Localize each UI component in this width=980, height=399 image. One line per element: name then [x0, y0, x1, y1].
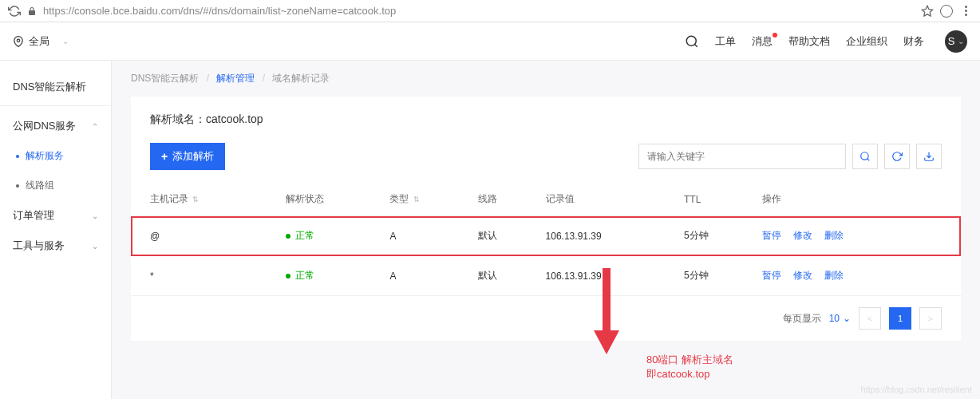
chevron-down-icon: ⌄ — [843, 313, 851, 324]
svg-marker-0 — [922, 6, 932, 16]
breadcrumb: DNS智能云解析 / 解析管理 / 域名解析记录 — [112, 61, 980, 97]
cell-host: * — [131, 256, 278, 296]
table-row: @ 正常 A 默认 106.13.91.39 5分钟 暂停 修改 删除 — [131, 216, 961, 256]
col-ttl: TTL — [676, 183, 754, 216]
col-host[interactable]: 主机记录 ⇅ — [131, 183, 278, 216]
download-icon — [923, 151, 935, 162]
add-record-button[interactable]: + 添加解析 — [150, 143, 225, 170]
chevron-down-icon: ⌄ — [958, 37, 964, 45]
sidebar-title: DNS智能云解析 — [0, 72, 111, 102]
col-value: 记录值 — [538, 183, 676, 216]
delete-link[interactable]: 删除 — [824, 230, 844, 241]
top-header: 全局 ⌄ 工单 消息 帮助文档 企业组织 财务 S⌄ — [0, 22, 980, 61]
finance-link[interactable]: 财务 — [903, 34, 924, 49]
cell-line: 默认 — [470, 216, 538, 256]
col-line: 线路 — [470, 183, 538, 216]
status-dot-icon — [286, 274, 290, 279]
content-card: 解析域名：catcook.top + 添加解析 — [131, 97, 961, 341]
sidebar-section-public-dns[interactable]: 公网DNS服务 ⌃ — [0, 111, 111, 141]
pause-link[interactable]: 暂停 — [762, 270, 781, 281]
sidebar-section-orders[interactable]: 订单管理 ⌄ — [0, 200, 111, 231]
avatar[interactable]: S⌄ — [945, 30, 967, 53]
bookmark-star-icon[interactable] — [921, 5, 934, 18]
search-button[interactable] — [852, 144, 878, 169]
region-selector[interactable]: 全局 ⌄ — [13, 34, 69, 49]
chevron-up-icon: ⌃ — [92, 122, 98, 131]
bullet-icon — [16, 155, 19, 158]
notification-dot — [773, 33, 777, 38]
per-page-label: 每页显示 — [783, 312, 821, 326]
table-row: * 正常 A 默认 106.13.91.39 5分钟 暂停 修改 删除 — [131, 256, 961, 296]
search-input[interactable] — [638, 144, 846, 169]
svg-line-3 — [694, 44, 697, 46]
bullet-icon — [16, 184, 19, 188]
sidebar-section-tools[interactable]: 工具与服务 ⌄ — [0, 231, 111, 261]
svg-point-2 — [686, 36, 696, 45]
pagination: 每页显示 10 ⌄ < 1 > — [131, 296, 961, 341]
workorder-link[interactable]: 工单 — [715, 34, 736, 49]
sidebar-item-resolution-service[interactable]: 解析服务 — [0, 141, 111, 171]
cell-host: @ — [131, 216, 278, 256]
svg-point-4 — [861, 152, 868, 160]
sort-icon: ⇅ — [413, 196, 420, 203]
modify-link[interactable]: 修改 — [793, 230, 812, 241]
browser-bar: https://console.bce.baidu.com/dns/#/dns/… — [0, 0, 980, 22]
breadcrumb-item: 域名解析记录 — [272, 73, 330, 84]
cell-value: 106.13.91.39 — [538, 256, 676, 296]
messages-link[interactable]: 消息 — [752, 34, 773, 49]
region-label: 全局 — [29, 34, 49, 49]
chevron-down-icon: ⌄ — [92, 211, 98, 220]
help-link[interactable]: 帮助文档 — [788, 34, 830, 49]
refresh-icon — [891, 151, 903, 162]
cell-type: A — [381, 216, 469, 256]
location-pin-icon — [13, 36, 24, 47]
breadcrumb-item[interactable]: 解析管理 — [216, 73, 255, 84]
cell-line: 默认 — [470, 256, 538, 296]
svg-line-5 — [867, 159, 870, 161]
menu-dots-icon[interactable] — [959, 5, 972, 18]
per-page-selector[interactable]: 10 ⌄ — [829, 313, 851, 324]
cell-value: 106.13.91.39 — [538, 216, 676, 256]
modify-link[interactable]: 修改 — [793, 270, 812, 281]
lock-icon — [27, 6, 37, 16]
records-table: 主机记录 ⇅ 解析状态 类型 ⇅ 线路 记录值 TTL 操作 @ 正常 A 默认 — [131, 183, 961, 296]
url-text[interactable]: https://console.bce.baidu.com/dns/#/dns/… — [43, 5, 915, 17]
watermark: https://blog.csdn.net/resilient — [861, 385, 972, 394]
sort-icon: ⇅ — [192, 196, 199, 203]
col-actions: 操作 — [754, 183, 961, 216]
cell-actions: 暂停 修改 删除 — [754, 216, 961, 256]
col-type[interactable]: 类型 ⇅ — [381, 183, 469, 216]
pause-link[interactable]: 暂停 — [762, 230, 781, 241]
refresh-button[interactable] — [884, 144, 910, 169]
chevron-down-icon: ⌄ — [62, 37, 69, 45]
main-content: DNS智能云解析 / 解析管理 / 域名解析记录 解析域名：catcook.to… — [112, 61, 980, 399]
cell-ttl: 5分钟 — [676, 256, 754, 296]
chevron-down-icon: ⌄ — [92, 242, 98, 251]
page-number-button[interactable]: 1 — [889, 307, 911, 330]
col-status: 解析状态 — [278, 183, 382, 216]
status-dot-icon — [286, 234, 290, 239]
breadcrumb-item[interactable]: DNS智能云解析 — [131, 73, 199, 84]
toolbar: + 添加解析 — [131, 140, 961, 183]
sidebar: DNS智能云解析 公网DNS服务 ⌃ 解析服务 线路组 订单管理 ⌄ 工具与服务… — [0, 61, 112, 399]
cell-status: 正常 — [278, 216, 382, 256]
org-link[interactable]: 企业组织 — [846, 34, 887, 49]
search-icon[interactable] — [685, 34, 699, 49]
cell-ttl: 5分钟 — [676, 216, 754, 256]
sidebar-item-line-group[interactable]: 线路组 — [0, 171, 111, 200]
search-icon — [859, 151, 871, 162]
plus-icon: + — [161, 150, 168, 163]
svg-point-1 — [17, 39, 20, 42]
reload-icon[interactable] — [8, 5, 21, 18]
page-prev-button[interactable]: < — [859, 307, 881, 330]
cell-status: 正常 — [278, 256, 382, 296]
profile-icon[interactable] — [940, 5, 953, 18]
annotation-text: 80端口 解析主域名 即catcook.top — [646, 353, 733, 381]
cell-type: A — [381, 256, 469, 296]
page-next-button[interactable]: > — [919, 307, 942, 330]
download-button[interactable] — [916, 144, 942, 169]
cell-actions: 暂停 修改 删除 — [754, 256, 961, 296]
domain-title: 解析域名：catcook.top — [131, 97, 961, 140]
delete-link[interactable]: 删除 — [824, 270, 844, 281]
